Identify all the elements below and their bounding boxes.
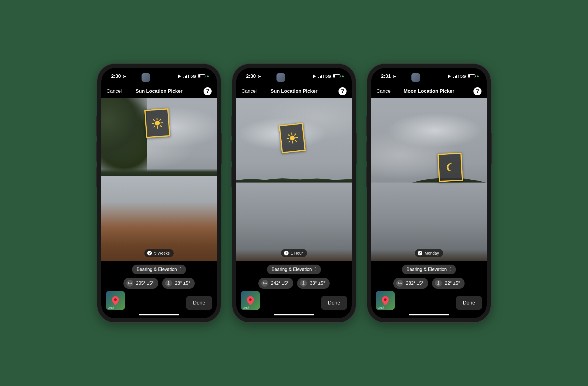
time-range-chip[interactable]: 1 Hour — [281, 249, 307, 257]
elevation-value: 33° ±5° — [310, 281, 325, 286]
page-title: Moon Location Picker — [404, 88, 454, 94]
ar-viewfinder[interactable]: Monday — [371, 98, 487, 261]
nav-bar: Cancel Moon Location Picker ? — [371, 85, 487, 98]
elevation-value: 22° ±5° — [445, 281, 460, 286]
map-pin-icon — [247, 296, 254, 307]
question-mark-icon: ? — [341, 88, 344, 94]
vertical-arrows-icon — [435, 280, 442, 287]
svg-line-18 — [295, 140, 296, 141]
sun-marker[interactable] — [279, 123, 306, 153]
time-range-chip[interactable]: 5 Weeks — [144, 249, 174, 257]
nav-bar: Cancel Sun Location Picker ? — [236, 85, 352, 98]
time-range-label: Monday — [425, 251, 439, 255]
mode-selector[interactable]: Bearing & Elevation ⌃⌄ — [402, 265, 456, 274]
clock-icon — [147, 251, 152, 255]
chevron-up-down-icon: ⌃⌄ — [179, 268, 181, 271]
location-arrow-icon: ➤ — [123, 74, 126, 79]
help-button[interactable]: ? — [204, 87, 212, 95]
done-button[interactable]: Done — [186, 296, 212, 310]
done-label: Done — [328, 300, 340, 306]
svg-point-23 — [249, 298, 252, 301]
vertical-arrows-icon — [165, 280, 172, 287]
done-label: Done — [463, 300, 475, 306]
mode-selector[interactable]: Bearing & Elevation ⌃⌄ — [267, 265, 321, 274]
screen: 2:31 ➤ 5G Cancel Moon Location Picker ? — [371, 68, 487, 318]
home-indicator[interactable] — [139, 314, 179, 315]
map-thumbnail-button[interactable]: Legal — [241, 291, 260, 310]
cancel-button[interactable]: Cancel — [376, 88, 392, 94]
svg-line-5 — [153, 120, 154, 121]
status-time: 2:30 — [111, 73, 121, 79]
chevron-up-down-icon: ⌃⌄ — [449, 268, 451, 271]
phone-mockup: 2:30 ➤ 5G Cancel Sun Location Picker ? — [232, 64, 356, 322]
dynamic-island — [275, 72, 313, 83]
cellular-signal-icon — [183, 75, 189, 78]
map-thumbnail-button[interactable]: Legal — [376, 291, 395, 310]
clock-icon — [284, 251, 289, 255]
bottom-row: Legal Done — [236, 289, 352, 312]
cancel-button[interactable]: Cancel — [107, 88, 122, 94]
battery-icon — [333, 74, 340, 78]
moon-marker[interactable] — [438, 153, 463, 182]
phone-mockup: 2:31 ➤ 5G Cancel Moon Location Picker ? — [367, 64, 491, 322]
svg-line-20 — [289, 141, 290, 142]
now-playing-thumbnail — [142, 73, 150, 82]
svg-line-15 — [287, 138, 289, 139]
sun-icon — [150, 117, 164, 130]
page-title: Sun Location Picker — [136, 88, 182, 94]
elevation-value: 28° ±5° — [175, 281, 190, 286]
cellular-signal-icon — [453, 75, 459, 78]
phone-mockup: 2:30 ➤ 5G Cancel Sun Location Picker ? — [97, 64, 221, 322]
battery-icon — [468, 74, 475, 78]
map-legal-link[interactable]: Legal — [243, 306, 249, 309]
map-pin-icon — [382, 296, 389, 307]
location-arrow-icon: ➤ — [392, 74, 396, 79]
now-playing-thumbnail — [411, 73, 420, 82]
bearing-readout[interactable]: 205° ±5° — [123, 278, 158, 289]
status-time: 2:30 — [246, 73, 256, 79]
ar-viewfinder[interactable]: 1 Hour — [236, 98, 352, 261]
done-button[interactable]: Done — [456, 296, 482, 310]
question-mark-icon: ? — [476, 88, 479, 94]
home-indicator[interactable] — [274, 314, 314, 315]
map-legal-link[interactable]: Legal — [108, 306, 114, 309]
time-range-label: 1 Hour — [291, 251, 303, 255]
svg-line-8 — [154, 126, 155, 127]
bearing-value: 205° ±5° — [136, 281, 154, 286]
privacy-indicator-icon — [207, 75, 209, 77]
cellular-signal-icon — [318, 75, 324, 78]
svg-line-13 — [292, 133, 292, 135]
svg-line-16 — [296, 137, 297, 138]
done-button[interactable]: Done — [321, 296, 347, 310]
home-indicator[interactable] — [409, 314, 449, 315]
svg-point-26 — [384, 298, 387, 301]
elevation-readout[interactable]: 28° ±5° — [162, 278, 195, 289]
svg-line-6 — [160, 125, 161, 127]
battery-icon — [198, 74, 205, 78]
horizontal-arrows-icon — [126, 280, 133, 287]
cancel-button[interactable]: Cancel — [241, 88, 257, 94]
help-button[interactable]: ? — [339, 87, 347, 95]
bearing-readout[interactable]: 282° ±5° — [393, 278, 428, 289]
mode-label: Bearing & Elevation — [272, 267, 312, 272]
map-thumbnail-button[interactable]: Legal — [106, 291, 125, 310]
dynamic-island — [410, 72, 448, 83]
ar-viewfinder[interactable]: 5 Weeks — [101, 98, 217, 261]
vertical-arrows-icon — [300, 280, 307, 287]
time-range-label: 5 Weeks — [154, 251, 170, 255]
help-button[interactable]: ? — [473, 87, 481, 95]
mode-selector[interactable]: Bearing & Elevation ⌃⌄ — [132, 265, 186, 274]
done-label: Done — [193, 300, 205, 306]
elevation-readout[interactable]: 22° ±5° — [432, 278, 465, 289]
sun-marker[interactable] — [144, 108, 170, 138]
controls-panel: Bearing & Elevation ⌃⌄ 282° ±5° 22° ±5° — [371, 261, 487, 289]
bottom-row: Legal Done — [101, 289, 217, 312]
treeline — [101, 169, 217, 177]
svg-point-0 — [155, 121, 159, 125]
map-legal-link[interactable]: Legal — [378, 306, 384, 309]
elevation-readout[interactable]: 33° ±5° — [297, 278, 330, 289]
page-title: Sun Location Picker — [270, 88, 317, 94]
horizontal-arrows-icon — [396, 280, 403, 287]
time-range-chip[interactable]: Monday — [415, 249, 443, 257]
bearing-readout[interactable]: 242° ±5° — [258, 278, 293, 289]
